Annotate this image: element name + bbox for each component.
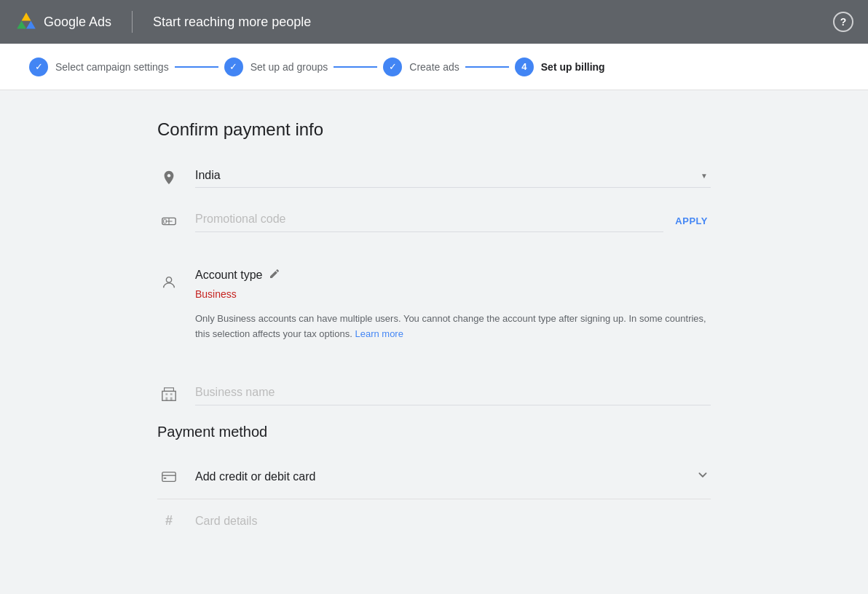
- promo-icon: [157, 210, 181, 233]
- svg-rect-10: [170, 393, 173, 395]
- svg-marker-2: [17, 20, 26, 28]
- step-3-check: ✓: [389, 61, 397, 72]
- svg-rect-9: [165, 393, 167, 395]
- page-title: Confirm payment info: [157, 119, 711, 140]
- step-2-label: Set up ad groups: [250, 61, 328, 73]
- building-icon: [157, 383, 181, 406]
- flag-icon: [157, 166, 181, 189]
- svg-marker-3: [26, 20, 36, 28]
- step-3-circle: ✓: [383, 58, 402, 76]
- header: Google Ads Start reaching more people ?: [0, 0, 868, 44]
- apply-button[interactable]: APPLY: [672, 210, 711, 232]
- step-3: ✓ Create ads: [383, 58, 459, 76]
- account-type-note-text: Only Business accounts can have multiple…: [195, 313, 706, 339]
- promo-input[interactable]: [195, 207, 663, 232]
- google-ads-logo-icon: [15, 10, 38, 33]
- add-card-row[interactable]: Add credit or debit card: [157, 455, 711, 499]
- credit-card-icon: [157, 465, 181, 488]
- stepper: ✓ Select campaign settings ✓ Set up ad g…: [0, 44, 868, 90]
- payment-method-title: Payment method: [157, 424, 711, 440]
- account-type-section: Account type Business Only Business acco…: [195, 268, 711, 342]
- step-1-label: Select campaign settings: [55, 61, 169, 73]
- promo-row: APPLY: [157, 207, 711, 233]
- connector-1-2: [175, 66, 218, 68]
- edit-icon[interactable]: [269, 268, 280, 282]
- step-1-check: ✓: [35, 61, 43, 72]
- step-2-check: ✓: [229, 61, 237, 72]
- svg-rect-13: [162, 472, 175, 481]
- account-type-row: Account type Business Only Business acco…: [157, 268, 711, 363]
- header-left: Google Ads Start reaching more people: [15, 10, 311, 33]
- account-type-note: Only Business accounts can have multiple…: [195, 312, 711, 342]
- account-type-label: Account type: [195, 269, 263, 282]
- person-icon: [157, 271, 181, 294]
- header-tagline: Start reaching more people: [153, 15, 311, 30]
- hash-icon: #: [157, 510, 181, 533]
- step-2: ✓ Set up ad groups: [224, 58, 328, 76]
- step-4-number: 4: [521, 61, 526, 72]
- chevron-down-icon: [695, 467, 711, 486]
- svg-point-6: [166, 277, 171, 282]
- svg-rect-11: [165, 397, 167, 400]
- svg-marker-1: [22, 12, 31, 20]
- learn-more-link[interactable]: Learn more: [355, 328, 403, 339]
- connector-2-3: [334, 66, 377, 68]
- svg-rect-12: [170, 397, 173, 400]
- country-select[interactable]: India United States United Kingdom: [195, 163, 711, 188]
- svg-rect-14: [164, 478, 167, 479]
- main-content: Confirm payment info India United States…: [143, 90, 725, 572]
- step-3-label: Create ads: [409, 61, 459, 73]
- country-row: India United States United Kingdom: [157, 163, 711, 189]
- business-name-field[interactable]: [195, 380, 711, 405]
- step-1-circle: ✓: [29, 58, 48, 76]
- connector-3-4: [465, 66, 509, 68]
- step-1: ✓ Select campaign settings: [29, 58, 169, 76]
- business-name-row: [157, 380, 711, 406]
- step-4-circle: 4: [515, 58, 534, 76]
- svg-rect-7: [162, 391, 175, 400]
- step-2-circle: ✓: [224, 58, 243, 76]
- promo-field[interactable]: [195, 207, 663, 232]
- payment-method-section: Payment method Add credit or debit card: [157, 424, 711, 543]
- add-card-label: Add credit or debit card: [195, 470, 315, 483]
- step-4-label: Set up billing: [541, 61, 605, 73]
- business-name-input[interactable]: [195, 380, 711, 405]
- account-type-value: Business: [195, 288, 711, 300]
- step-4: 4 Set up billing: [515, 58, 605, 76]
- card-details-placeholder: Card details: [195, 515, 257, 528]
- google-ads-logo: Google Ads: [15, 10, 111, 33]
- country-field[interactable]: India United States United Kingdom: [195, 163, 711, 188]
- help-button[interactable]: ?: [833, 12, 853, 32]
- logo-text: Google Ads: [44, 15, 111, 30]
- account-type-header: Account type: [195, 268, 711, 282]
- card-details-row: # Card details: [157, 499, 711, 543]
- add-card-content: Add credit or debit card: [157, 465, 695, 488]
- header-divider: [132, 11, 133, 33]
